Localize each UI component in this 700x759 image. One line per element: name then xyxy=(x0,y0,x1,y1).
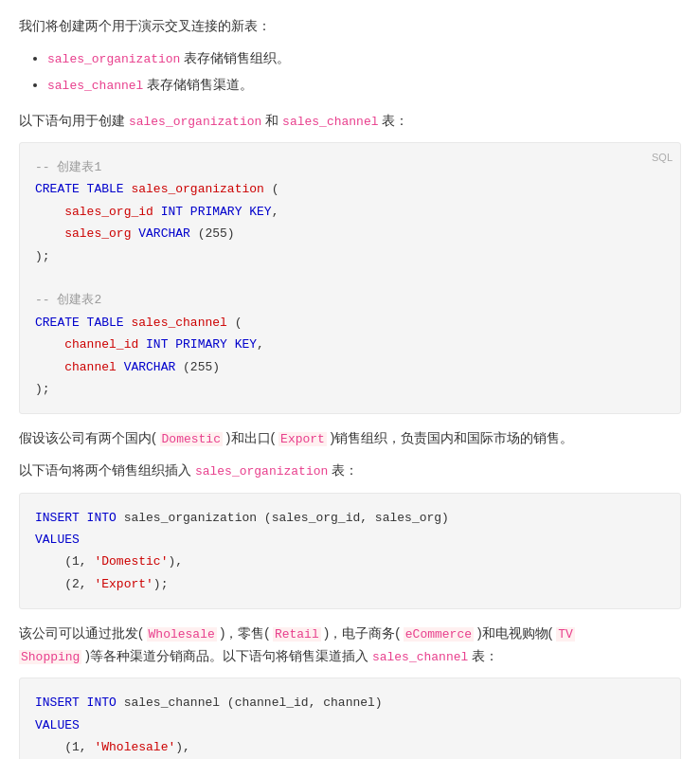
table-name-1: sales_organization xyxy=(129,115,261,129)
intro-paragraph: 我们将创建两个用于演示交叉连接的新表： xyxy=(19,15,681,38)
highlight-retail: Retail xyxy=(273,627,321,642)
mid-text-1-mid2: )销售组织，负责国内和国际市场的销售。 xyxy=(327,430,574,445)
section-intro-1: 以下语句用于创建 sales_organization 和 sales_chan… xyxy=(19,110,681,133)
code-line-values-1: VALUES xyxy=(35,529,665,551)
code-line-ch-row-1: (1, 'Wholesale'), xyxy=(35,736,665,758)
section-intro-2: 以下语句将两个销售组织插入 sales_organization 表： xyxy=(19,460,681,482)
mid-text-2-p2: )，零售( xyxy=(217,625,273,641)
bullet-item-1: sales_organization 表存储销售组织。 xyxy=(47,47,681,70)
highlight-export: Export xyxy=(278,432,327,446)
code-line-insert-2: INSERT INTO sales_channel (channel_id, c… xyxy=(35,692,665,714)
sql-badge-1: SQL xyxy=(652,149,673,168)
section-text-2-prefix: 以下语句将两个销售组织插入 xyxy=(19,462,195,478)
code-line-values-2: VALUES xyxy=(35,714,665,736)
table-name-2: sales_channel xyxy=(282,115,378,129)
code-line-close-2: ); xyxy=(35,378,665,400)
code-block-insert-org: INSERT INTO sales_organization (sales_or… xyxy=(19,493,681,610)
code-line-row-1: (1, 'Domestic'), xyxy=(35,551,665,572)
bullet-list: sales_organization 表存储销售组织。 sales_channe… xyxy=(19,47,681,97)
bullet-desc-2: 表存储销售渠道。 xyxy=(143,77,253,92)
section-text-2-suffix: 表： xyxy=(328,462,358,478)
code-line-comment-1: -- 创建表1 xyxy=(35,156,665,178)
highlight-wholesale: Wholesale xyxy=(147,627,217,642)
table-ref-1: sales_organization xyxy=(195,464,328,479)
mid-text-2-suffix: 表： xyxy=(468,648,498,663)
bullet-code-1: sales_organization xyxy=(47,52,180,66)
middle-paragraph-2: 该公司可以通过批发( Wholesale )，零售( Retail )，电子商务… xyxy=(19,623,681,668)
bullet-desc-1: 表存储销售组织。 xyxy=(180,50,290,65)
highlight-tv-shopping-2: Shopping xyxy=(19,650,81,664)
mid-text-2-p3: )，电子商务( xyxy=(321,625,404,641)
code-line-col-1: sales_org_id INT PRIMARY KEY, xyxy=(35,201,665,223)
mid-text-2-p1: 该公司可以通过批发( xyxy=(19,625,147,641)
code-blank-1 xyxy=(35,267,665,289)
highlight-domestic: Domestic xyxy=(160,432,223,446)
mid-text-1-prefix: 假设该公司有两个国内( xyxy=(19,430,160,445)
code-line-col-2: sales_org VARCHAR (255) xyxy=(35,223,665,244)
code-block-create-tables: SQL -- 创建表1 CREATE TABLE sales_organizat… xyxy=(19,142,681,414)
bullet-code-2: sales_channel xyxy=(47,79,143,93)
highlight-tv-shopping: TV xyxy=(556,627,575,642)
section-text-mid: 和 xyxy=(261,113,282,128)
mid-text-1-mid1: )和出口( xyxy=(223,430,278,445)
mid-text-2-p5: )等各种渠道分销商品。以下语句将销售渠道插入 xyxy=(81,648,371,663)
code-line-col-4: channel VARCHAR (255) xyxy=(35,356,665,378)
middle-paragraph-1: 假设该公司有两个国内( Domestic )和出口( Export )销售组织，… xyxy=(19,427,681,450)
highlight-ecommerce: eCommerce xyxy=(404,627,474,642)
bullet-item-2: sales_channel 表存储销售渠道。 xyxy=(47,74,681,97)
code-line-create-2: CREATE TABLE sales_channel ( xyxy=(35,312,665,334)
code-line-col-3: channel_id INT PRIMARY KEY, xyxy=(35,334,665,355)
code-line-close-1: ); xyxy=(35,245,665,267)
code-line-row-2: (2, 'Export'); xyxy=(35,573,665,595)
section-text-suffix: 表： xyxy=(379,113,409,128)
code-line-comment-2: -- 创建表2 xyxy=(35,289,665,311)
code-line-insert-1: INSERT INTO sales_organization (sales_or… xyxy=(35,507,665,529)
section-text-prefix: 以下语句用于创建 xyxy=(19,113,129,128)
code-line-create-1: CREATE TABLE sales_organization ( xyxy=(35,178,665,200)
table-ref-2: sales_channel xyxy=(372,650,468,664)
code-block-insert-channel: INSERT INTO sales_channel (channel_id, c… xyxy=(19,678,681,759)
mid-text-2-p4: )和电视购物( xyxy=(474,625,556,641)
